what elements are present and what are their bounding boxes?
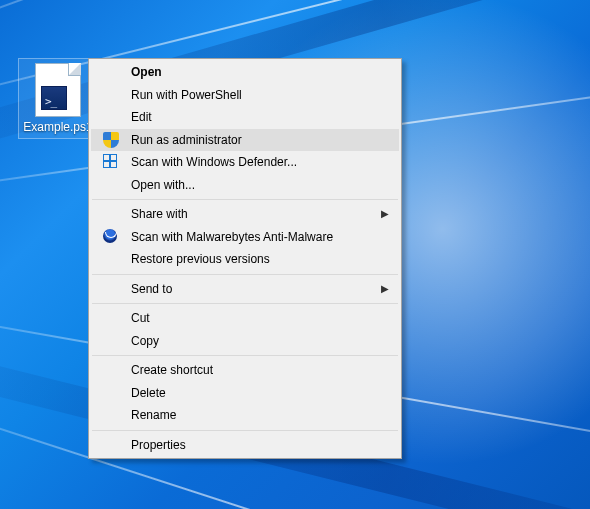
menu-item-scan-with-malwarebytes-anti-malware[interactable]: Scan with Malwarebytes Anti-Malware [91,226,399,249]
menu-separator [92,355,398,356]
menu-item-label: Scan with Malwarebytes Anti-Malware [131,230,333,244]
context-menu: OpenRun with PowerShellEditRun as admini… [88,58,402,459]
desktop-icon-label: Example.ps1 [19,120,97,138]
menu-item-create-shortcut[interactable]: Create shortcut [91,359,399,382]
menu-item-delete[interactable]: Delete [91,382,399,405]
menu-item-label: Restore previous versions [131,252,270,266]
menu-item-label: Copy [131,334,159,348]
submenu-arrow-icon: ▶ [381,203,389,225]
defender-icon [103,154,119,170]
menu-item-label: Run as administrator [131,133,242,147]
menu-item-scan-with-windows-defender[interactable]: Scan with Windows Defender... [91,151,399,174]
desktop-icon-example-ps1[interactable]: >_ Example.ps1 [18,58,98,139]
menu-item-rename[interactable]: Rename [91,404,399,427]
menu-item-label: Rename [131,408,176,422]
menu-item-label: Scan with Windows Defender... [131,155,297,169]
menu-item-copy[interactable]: Copy [91,330,399,353]
menu-item-label: Edit [131,110,152,124]
shield-icon [103,132,119,148]
menu-item-label: Delete [131,386,166,400]
ps1-file-icon: >_ [35,63,81,117]
menu-separator [92,199,398,200]
menu-item-label: Open with... [131,178,195,192]
menu-item-label: Run with PowerShell [131,88,242,102]
menu-item-cut[interactable]: Cut [91,307,399,330]
menu-item-label: Create shortcut [131,363,213,377]
menu-separator [92,430,398,431]
menu-item-open-with[interactable]: Open with... [91,174,399,197]
menu-item-label: Share with [131,207,188,221]
menu-separator [92,274,398,275]
menu-item-label: Properties [131,438,186,452]
menu-item-restore-previous-versions[interactable]: Restore previous versions [91,248,399,271]
menu-item-run-as-administrator[interactable]: Run as administrator [91,129,399,152]
menu-item-send-to[interactable]: Send to▶ [91,278,399,301]
menu-item-label: Send to [131,282,172,296]
mbam-icon [103,229,119,245]
menu-separator [92,303,398,304]
menu-item-properties[interactable]: Properties [91,434,399,457]
menu-item-edit[interactable]: Edit [91,106,399,129]
menu-item-label: Open [131,65,162,79]
menu-item-open[interactable]: Open [91,61,399,84]
menu-item-run-with-powershell[interactable]: Run with PowerShell [91,84,399,107]
menu-item-label: Cut [131,311,150,325]
menu-item-share-with[interactable]: Share with▶ [91,203,399,226]
submenu-arrow-icon: ▶ [381,278,389,300]
desktop[interactable]: TenForums.com >_ Example.ps1 OpenRun wit… [0,0,590,509]
